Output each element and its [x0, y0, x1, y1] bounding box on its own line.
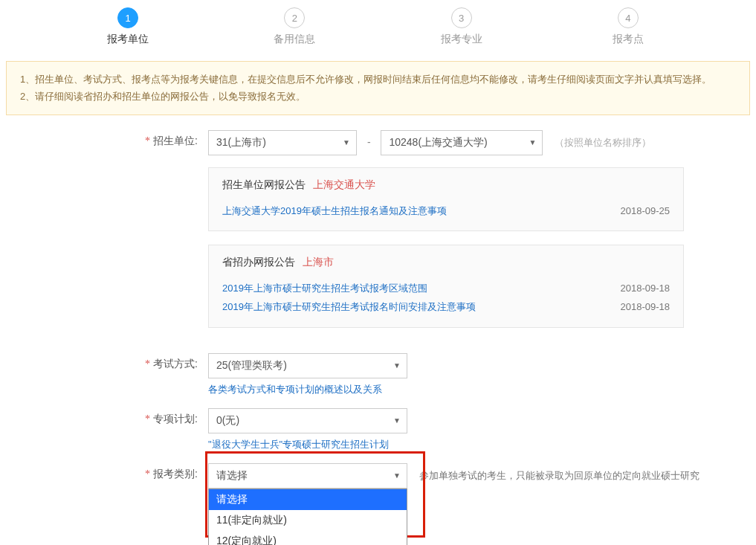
- announce1-item-0-date: 2018-09-25: [621, 202, 671, 221]
- category-value: 请选择: [216, 469, 248, 483]
- step-1[interactable]: 1 报考单位: [45, 7, 211, 46]
- step-3-label: 报考专业: [378, 33, 545, 46]
- stepper: 1 报考单位 2 备用信息 3 报考专业 4 报考点: [0, 7, 756, 61]
- exam-mode-select[interactable]: 25(管理类联考) ▼: [208, 353, 407, 378]
- unit-school-value: 10248(上海交通大学): [389, 136, 487, 149]
- unit-sort-hint: （按照单位名称排序）: [555, 137, 651, 148]
- category-select[interactable]: 请选择 ▼: [208, 463, 407, 488]
- announce1-title-school: 上海交通大学: [313, 178, 375, 190]
- category-label: *报考类别:: [0, 463, 208, 481]
- category-options-list: 请选择 11(非定向就业) 12(定向就业): [208, 488, 407, 545]
- unit-region-select[interactable]: 31(上海市) ▼: [208, 130, 357, 155]
- plan-label: *专项计划:: [0, 408, 208, 426]
- category-note-text: 参加单独考试的考生，只能被录取为回原单位的定向就业硕士研究: [419, 470, 700, 481]
- announce2-item-1-link[interactable]: 2019年上海市硕士研究生招生考试报名时间安排及注意事项: [222, 298, 476, 317]
- announce2-item-1: 2019年上海市硕士研究生招生考试报名时间安排及注意事项 2018-09-18: [222, 298, 670, 317]
- step-1-label: 报考单位: [45, 33, 211, 46]
- exam-mode-help-link[interactable]: 各类考试方式和专项计划的概述以及关系: [208, 383, 382, 396]
- province-announcement-box: 省招办网报公告 上海市 2019年上海市硕士研究生招生考试报考区域范围 2018…: [208, 245, 684, 327]
- step-2[interactable]: 2 备用信息: [211, 7, 378, 46]
- category-option-1[interactable]: 11(非定向就业): [209, 510, 407, 531]
- unit-school-select[interactable]: 10248(上海交通大学) ▼: [381, 130, 543, 155]
- notice-line-2: 2、请仔细阅读省招办和招生单位的网报公告，以免导致报名无效。: [20, 88, 736, 105]
- announce1-item-0: 上海交通大学2019年硕士生招生报名通知及注意事项 2018-09-25: [222, 202, 670, 221]
- notice-line-1: 1、招生单位、考试方式、报考点等为报考关键信息，在提交信息后不允许修改，网报时间…: [20, 71, 736, 88]
- separator-dash: -: [360, 136, 378, 148]
- caret-down-icon: ▼: [393, 416, 401, 425]
- school-announcement-box: 招生单位网报公告 上海交通大学 上海交通大学2019年硕士生招生报名通知及注意事…: [208, 167, 684, 232]
- exam-mode-value: 25(管理类联考): [216, 359, 287, 373]
- step-3-circle: 3: [451, 7, 472, 28]
- step-2-circle: 2: [284, 7, 305, 28]
- plan-help-link[interactable]: "退役大学生士兵"专项硕士研究生招生计划: [208, 438, 389, 451]
- category-option-2[interactable]: 12(定向就业): [209, 531, 407, 545]
- announce1-item-0-link[interactable]: 上海交通大学2019年硕士生招生报名通知及注意事项: [222, 202, 447, 221]
- exam-mode-label: *考试方式:: [0, 353, 208, 371]
- step-4-circle: 4: [618, 7, 639, 28]
- announce2-item-0-date: 2018-09-18: [621, 280, 671, 298]
- caret-down-icon: ▼: [393, 471, 401, 480]
- announce2-item-0-link[interactable]: 2019年上海市硕士研究生招生考试报考区域范围: [222, 280, 427, 298]
- step-2-label: 备用信息: [211, 33, 378, 46]
- unit-label: *招生单位:: [0, 130, 208, 148]
- caret-down-icon: ▼: [393, 361, 401, 370]
- announce1-title: 招生单位网报公告: [222, 178, 306, 190]
- caret-down-icon: ▼: [529, 138, 537, 146]
- unit-region-value: 31(上海市): [216, 136, 266, 149]
- plan-select[interactable]: 0(无) ▼: [208, 408, 407, 433]
- announce2-item-0: 2019年上海市硕士研究生招生考试报考区域范围 2018-09-18: [222, 280, 670, 298]
- step-1-circle: 1: [117, 7, 138, 28]
- category-option-0[interactable]: 请选择: [209, 489, 407, 510]
- plan-value: 0(无): [216, 414, 239, 428]
- announce2-title-region: 上海市: [303, 256, 334, 268]
- step-4[interactable]: 4 报考点: [545, 7, 711, 46]
- notice-alert: 1、招生单位、考试方式、报考点等为报考关键信息，在提交信息后不允许修改，网报时间…: [6, 61, 750, 115]
- step-3[interactable]: 3 报考专业: [378, 7, 545, 46]
- caret-down-icon: ▼: [343, 138, 350, 146]
- step-4-label: 报考点: [545, 33, 711, 46]
- announce2-title: 省招办网报公告: [222, 256, 295, 268]
- announce2-item-1-date: 2018-09-18: [621, 298, 671, 317]
